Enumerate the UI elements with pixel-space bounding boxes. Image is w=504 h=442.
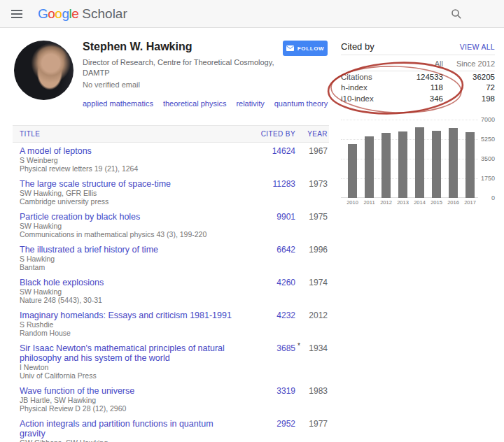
menu-icon[interactable] bbox=[11, 8, 22, 20]
publication-authors: S Hawking bbox=[20, 255, 237, 263]
citation-count-link[interactable]: 6642 bbox=[276, 245, 295, 255]
citation-count-link[interactable]: 4232 bbox=[276, 311, 295, 320]
interest-link[interactable]: relativity bbox=[236, 99, 264, 108]
publication-authors: GW Gibbons, SW Hawking bbox=[20, 439, 237, 442]
citation-count-link[interactable]: 9901 bbox=[276, 212, 295, 222]
citation-bar-2011[interactable] bbox=[365, 136, 374, 197]
y-axis-tick-label: 0 bbox=[491, 194, 495, 201]
interest-link[interactable]: theoretical physics bbox=[163, 99, 227, 108]
stats-value-since: 36205 bbox=[443, 73, 495, 81]
stats-value-since: 198 bbox=[443, 94, 495, 103]
interest-link[interactable]: applied mathematics bbox=[83, 99, 153, 108]
citation-bar-2012[interactable] bbox=[382, 133, 391, 198]
publication-title-link[interactable]: Imaginary homelands: Essays and criticis… bbox=[20, 311, 237, 320]
stats-row-label[interactable]: Citations bbox=[341, 73, 397, 81]
publications-table: TITLE CITED BY YEAR A model of leptons S… bbox=[13, 125, 329, 442]
logo-letter: e bbox=[71, 6, 78, 21]
citation-count-link[interactable]: 3319 bbox=[276, 386, 295, 396]
publication-authors: JB Hartle, SW Hawking bbox=[20, 396, 237, 404]
logo-letter: o bbox=[48, 6, 55, 21]
publication-row: Action integrals and partition functions… bbox=[13, 415, 329, 442]
top-app-bar: Google Scholar bbox=[0, 0, 504, 28]
publication-row: A model of leptons S Weinberg Physical r… bbox=[13, 143, 329, 176]
cited-by-panel: Cited by VIEW ALL All Since 2012 Citatio… bbox=[341, 38, 495, 211]
google-scholar-logo[interactable]: Google Scholar bbox=[38, 6, 127, 22]
publication-title-link[interactable]: A model of leptons bbox=[20, 146, 237, 156]
x-axis-tick-label: 2011 bbox=[362, 199, 377, 206]
citation-count-link[interactable]: 11283 bbox=[273, 179, 295, 189]
publication-title-link[interactable]: Wave function of the universe bbox=[20, 386, 237, 396]
x-axis-tick-label: 2015 bbox=[429, 199, 444, 206]
column-header-year[interactable]: YEAR bbox=[295, 130, 328, 138]
profile-header: Stephen W. Hawking Director of Research,… bbox=[13, 39, 329, 111]
citation-bar-2010[interactable] bbox=[348, 144, 357, 198]
logo-letter: G bbox=[38, 6, 48, 21]
x-axis-tick-label: 2013 bbox=[396, 199, 410, 206]
column-header-title[interactable]: TITLE bbox=[20, 130, 246, 138]
column-header-cited-by[interactable]: CITED BY bbox=[246, 130, 295, 138]
publication-year: 1967 bbox=[295, 146, 328, 173]
follow-button[interactable]: FOLLOW bbox=[283, 41, 328, 56]
publication-row: Particle creation by black holes SW Hawk… bbox=[13, 208, 329, 241]
publication-year: 1983 bbox=[295, 386, 328, 413]
stats-value-all: 124533 bbox=[397, 73, 443, 81]
publication-row: Imaginary homelands: Essays and criticis… bbox=[13, 307, 329, 340]
stats-row: Citations 124533 36205 bbox=[341, 71, 495, 83]
interest-link[interactable]: quantum theory bbox=[274, 99, 328, 108]
logo-letter: g bbox=[62, 6, 69, 21]
publication-title-link[interactable]: The illustrated a brief history of time bbox=[20, 245, 237, 255]
citation-bar-2014[interactable] bbox=[415, 127, 424, 198]
publication-row: Black hole explosions SW Hawking Nature … bbox=[13, 274, 329, 307]
publication-venue: Physical Review D 28 (12), 2960 bbox=[20, 404, 237, 413]
publication-row: The large scale structure of space-time … bbox=[13, 176, 329, 208]
publication-year: 1975 bbox=[295, 212, 328, 238]
publication-year: 1974 bbox=[295, 278, 328, 304]
citation-note-asterisk: * bbox=[298, 342, 300, 350]
publication-title-link[interactable]: Sir Isaac Newton's mathematical principl… bbox=[20, 343, 237, 363]
stats-row-label[interactable]: h-index bbox=[341, 83, 397, 92]
stats-value-all: 118 bbox=[397, 83, 443, 92]
citation-bar-2013[interactable] bbox=[398, 131, 407, 197]
envelope-icon bbox=[286, 45, 294, 51]
profile-photo[interactable] bbox=[14, 41, 74, 100]
profile-interests: applied mathematicstheoretical physicsre… bbox=[83, 94, 301, 112]
stats-column-since: Since 2012 bbox=[443, 59, 495, 68]
publication-year: 1973 bbox=[295, 179, 328, 206]
publication-venue: Univ of California Press bbox=[20, 371, 237, 380]
google-wordmark: Google bbox=[38, 6, 78, 22]
publication-venue: Random House bbox=[20, 329, 237, 337]
publications-table-header: TITLE CITED BY YEAR bbox=[13, 125, 329, 143]
citation-count-link[interactable]: 14624 bbox=[272, 146, 295, 156]
x-axis-tick-label: 2017 bbox=[463, 199, 477, 206]
x-axis-tick-label: 2016 bbox=[446, 199, 461, 206]
citation-bar-2015[interactable] bbox=[432, 131, 441, 198]
publication-title-link[interactable]: The large scale structure of space-time bbox=[20, 179, 237, 189]
publication-authors: I Newton bbox=[20, 363, 237, 371]
publication-row: Sir Isaac Newton's mathematical principl… bbox=[13, 340, 329, 383]
stats-value-all: 346 bbox=[397, 94, 443, 103]
x-axis-tick-label: 2010 bbox=[345, 199, 360, 206]
citation-count-link[interactable]: 3685 bbox=[276, 343, 295, 353]
stats-row: h-index 118 72 bbox=[341, 83, 495, 94]
publication-title-link[interactable]: Black hole explosions bbox=[20, 278, 237, 287]
chart-x-axis: 20102011201220132014201520162017 bbox=[341, 199, 478, 206]
publication-year: 1977 bbox=[295, 419, 328, 442]
search-icon[interactable] bbox=[451, 8, 462, 20]
publication-authors: S Weinberg bbox=[20, 156, 237, 164]
publication-venue: Physical review letters 19 (21), 1264 bbox=[20, 164, 237, 173]
logo-letter: o bbox=[55, 6, 62, 21]
y-axis-tick-label: 1750 bbox=[481, 175, 495, 182]
publication-title-link[interactable]: Particle creation by black holes bbox=[20, 212, 237, 222]
citation-bar-2016[interactable] bbox=[449, 128, 458, 198]
view-all-link[interactable]: VIEW ALL bbox=[460, 43, 495, 51]
stats-row-label[interactable]: i10-index bbox=[341, 94, 397, 103]
citations-per-year-chart: 01750350052507000 2010201120122013201420… bbox=[341, 120, 495, 211]
publication-row: Wave function of the universe JB Hartle,… bbox=[13, 383, 329, 415]
citation-count-link[interactable]: 4260 bbox=[276, 278, 295, 287]
publication-year: 2012 bbox=[295, 311, 328, 337]
publication-authors: SW Hawking bbox=[20, 222, 237, 230]
x-axis-tick-label: 2014 bbox=[412, 199, 427, 206]
citation-count-link[interactable]: 2952 bbox=[276, 419, 295, 429]
publication-row: The illustrated a brief history of time … bbox=[13, 241, 329, 274]
publication-title-link[interactable]: Action integrals and partition functions… bbox=[20, 419, 237, 439]
